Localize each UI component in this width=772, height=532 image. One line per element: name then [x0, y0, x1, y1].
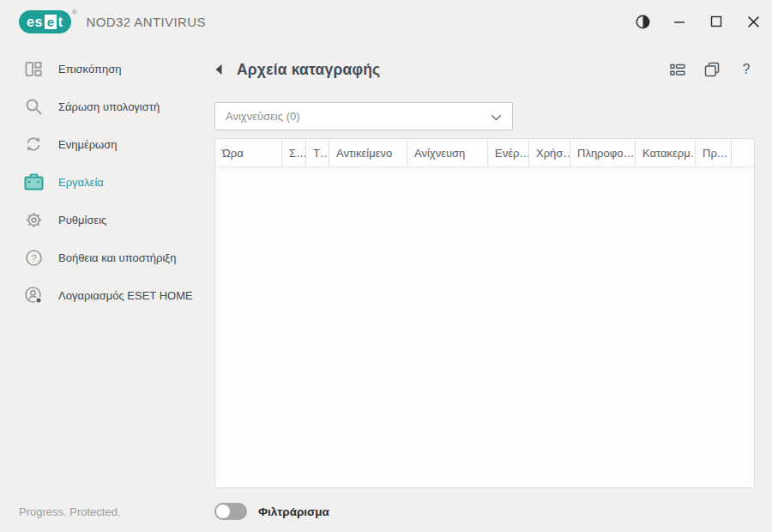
sidebar-item-label: Βοήθεια και υποστήριξη: [58, 251, 176, 264]
sidebar-item-label: Επισκόπηση: [58, 63, 121, 76]
filtering-toggle[interactable]: [214, 503, 247, 520]
eset-home-account-icon: [23, 285, 44, 305]
filter-row: Φιλτράρισμα: [214, 503, 755, 520]
column-header-spacer: [732, 139, 754, 166]
update-refresh-icon: [23, 134, 44, 154]
close-icon[interactable]: [745, 13, 762, 30]
computer-scan-search-icon: [23, 96, 44, 117]
column-header-severity[interactable]: Σ…: [282, 139, 306, 166]
logo-text-t: t: [58, 10, 63, 33]
tools-toolbox-icon: [23, 172, 44, 192]
column-header-detection[interactable]: Ανίχνευση: [407, 139, 488, 166]
toggle-knob: [216, 505, 230, 518]
column-header-action[interactable]: Ενέρ…: [488, 139, 529, 166]
column-header-object[interactable]: Αντικείμενο: [329, 139, 407, 166]
sidebar-item-label: Λογαριασμός ESET HOME: [58, 289, 193, 302]
sidebar-item-computer-scan[interactable]: Σάρωση υπολογιστή: [0, 88, 214, 125]
page-title: Αρχεία καταγραφής: [237, 61, 380, 79]
sidebar-item-label: Ενημέρωση: [58, 138, 118, 151]
log-type-dropdown[interactable]: Ανιχνεύσεις (0): [214, 102, 513, 130]
column-header-user[interactable]: Χρήσ…: [529, 139, 570, 166]
copy-window-icon[interactable]: [703, 61, 721, 78]
sidebar-item-eset-home-account[interactable]: Λογαριασμός ESET HOME: [0, 276, 214, 314]
list-view-icon[interactable]: [669, 61, 686, 78]
sidebar-item-label: Ρυθμίσεις: [58, 214, 106, 227]
settings-gear-icon: [23, 209, 44, 230]
svg-text:?: ?: [31, 252, 36, 263]
titlebar: es e t ® NOD32 ANTIVIRUS: [0, 0, 772, 43]
minimize-icon[interactable]: [671, 13, 688, 30]
window-controls: [634, 0, 762, 43]
chevron-down-icon: [491, 109, 502, 124]
sidebar-nav: Επισκόπηση Σάρωση υπολογιστή Ενημέρωση: [0, 50, 214, 314]
maximize-icon[interactable]: [708, 13, 725, 30]
sidebar-item-update[interactable]: Ενημέρωση: [0, 125, 214, 163]
page-header: Αρχεία καταγραφής: [214, 57, 755, 82]
registered-trademark: ®: [72, 9, 77, 16]
filtering-label: Φιλτράρισμα: [258, 505, 329, 518]
help-question-icon[interactable]: ?: [738, 61, 755, 78]
sidebar-item-tools[interactable]: Εργαλεία: [0, 163, 214, 201]
column-header-time[interactable]: Ώρα: [215, 139, 282, 166]
sidebar-item-overview[interactable]: Επισκόπηση: [0, 50, 214, 88]
back-arrow-icon[interactable]: [214, 63, 233, 76]
column-header-type[interactable]: Τ…: [306, 139, 329, 166]
column-header-information[interactable]: Πληροφο…: [570, 139, 636, 166]
column-header-first-seen[interactable]: Πρ…: [696, 139, 732, 166]
log-table: Ώρα Σ… Τ… Αντικείμενο Ανίχνευση Ενέρ… Χρ…: [214, 138, 755, 488]
contrast-theme-icon[interactable]: [634, 13, 651, 30]
column-header-hash[interactable]: Κατακερμ…: [636, 139, 696, 166]
header-toolbar: ?: [669, 61, 755, 78]
help-support-icon: ?: [23, 247, 44, 268]
logo-text-es: es: [27, 10, 43, 33]
eset-tagline: Progress. Protected.: [19, 505, 121, 518]
sidebar-item-settings[interactable]: Ρυθμίσεις: [0, 201, 214, 239]
sidebar-item-help-support[interactable]: ? Βοήθεια και υποστήριξη: [0, 239, 214, 276]
overview-dashboard-icon: [23, 58, 44, 79]
sidebar-item-label: Σάρωση υπολογιστή: [58, 100, 160, 113]
main-content: Αρχεία καταγραφής: [214, 50, 755, 520]
logo-text-e: e: [45, 15, 57, 29]
log-table-header: Ώρα Σ… Τ… Αντικείμενο Ανίχνευση Ενέρ… Χρ…: [215, 139, 754, 167]
log-type-dropdown-value: Ανιχνεύσεις (0): [226, 110, 300, 123]
eset-logo-pill: es e t: [19, 10, 71, 33]
product-name: NOD32 ANTIVIRUS: [87, 15, 206, 29]
log-table-body: [215, 167, 754, 487]
sidebar-item-label: Εργαλεία: [58, 176, 104, 189]
eset-logo: es e t ®: [19, 10, 77, 33]
